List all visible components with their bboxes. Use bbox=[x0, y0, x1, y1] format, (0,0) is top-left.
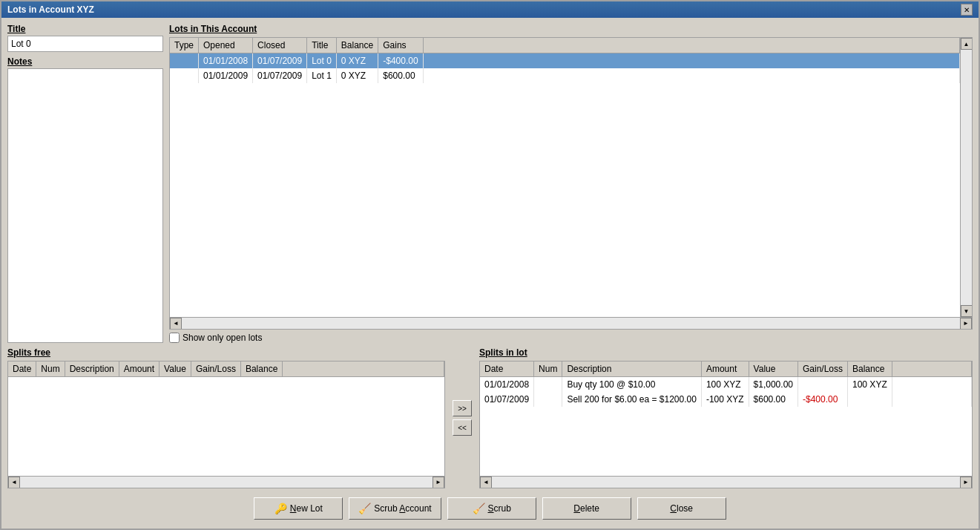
col-spacer bbox=[423, 38, 959, 53]
sil-value: $1,000.00 bbox=[749, 377, 798, 393]
sil-col-date: Date bbox=[480, 361, 534, 377]
cell-closed: 01/07/2009 bbox=[253, 68, 307, 83]
sil-gainloss: -$400.00 bbox=[798, 392, 847, 407]
cell-spacer bbox=[423, 68, 959, 83]
sf-col-amount: Amount bbox=[119, 361, 159, 377]
sil-hscrollbar[interactable]: ◄ ► bbox=[480, 476, 972, 488]
close-label: Close bbox=[670, 503, 693, 514]
table-row[interactable]: 01/01/2008 Buy qty 100 @ $10.00 100 XYZ … bbox=[480, 377, 972, 393]
sil-spacer bbox=[892, 392, 971, 407]
sil-hscroll-right[interactable]: ► bbox=[960, 477, 972, 488]
sil-col-num: Num bbox=[534, 361, 562, 377]
splits-free-table-container: Date Num Description Amount Value Gain/L… bbox=[7, 361, 445, 488]
hscroll-track[interactable] bbox=[182, 318, 960, 329]
cell-type bbox=[170, 68, 199, 83]
scroll-up-btn[interactable]: ▲ bbox=[961, 38, 973, 50]
top-section: Title Notes Lots in This Account bbox=[7, 24, 973, 343]
cell-closed: 01/07/2009 bbox=[253, 53, 307, 69]
col-opened: Opened bbox=[199, 38, 253, 53]
scrub-icon: 🧹 bbox=[473, 503, 485, 514]
move-from-lot-button[interactable]: << bbox=[453, 419, 472, 436]
sf-hscroll-left[interactable]: ◄ bbox=[8, 477, 20, 488]
col-gains: Gains bbox=[378, 38, 423, 53]
lots-section-label: Lots in This Account bbox=[169, 24, 973, 34]
sil-gainloss bbox=[798, 377, 847, 393]
sil-desc: Buy qty 100 @ $10.00 bbox=[562, 377, 701, 393]
new-lot-button[interactable]: 🔑 New Lot bbox=[254, 497, 343, 520]
scrub-account-icon: 🧹 bbox=[358, 503, 371, 514]
sil-col-gainloss: Gain/Loss bbox=[798, 361, 847, 377]
splits-free-panel: Splits free Date Num Description Amo bbox=[7, 347, 445, 488]
sil-hscroll-left[interactable]: ◄ bbox=[480, 477, 492, 488]
sf-col-num: Num bbox=[36, 361, 65, 377]
title-label: Title bbox=[7, 24, 163, 34]
scroll-down-btn[interactable]: ▼ bbox=[961, 305, 973, 317]
sil-col-spacer bbox=[892, 361, 971, 377]
scrub-label: Scrub bbox=[488, 503, 511, 514]
scrub-button[interactable]: 🧹 Scrub bbox=[447, 497, 536, 520]
sil-col-desc: Description bbox=[562, 361, 701, 377]
sil-balance: 100 XYZ bbox=[848, 377, 892, 393]
sil-hscroll-track[interactable] bbox=[492, 477, 960, 488]
cell-gains: -$400.00 bbox=[378, 53, 423, 69]
sil-date: 01/01/2008 bbox=[480, 377, 534, 393]
table-row[interactable]: 01/01/2008 01/07/2009 Lot 0 0 XYZ -$400.… bbox=[170, 53, 960, 69]
cell-type bbox=[170, 53, 199, 69]
notes-label: Notes bbox=[7, 56, 163, 67]
main-content: Title Notes Lots in This Account bbox=[1, 18, 979, 529]
title-input[interactable] bbox=[7, 36, 163, 52]
splits-in-lot-panel: Splits in lot Date Num Description A bbox=[479, 347, 973, 488]
splits-free-scroll[interactable]: Date Num Description Amount Value Gain/L… bbox=[8, 361, 444, 476]
bottom-toolbar: 🔑 New Lot 🧹 Scrub Account 🧹 Scrub Delete… bbox=[7, 493, 973, 523]
cell-title: Lot 1 bbox=[307, 68, 337, 83]
scrub-account-button[interactable]: 🧹 Scrub Account bbox=[349, 497, 441, 520]
window-title: Lots in Account XYZ bbox=[7, 4, 94, 15]
cell-opened: 01/01/2008 bbox=[199, 53, 253, 69]
sf-hscroll-track[interactable] bbox=[20, 477, 433, 488]
show-open-lots-checkbox[interactable] bbox=[169, 333, 180, 343]
sf-col-spacer bbox=[283, 361, 444, 377]
delete-button[interactable]: Delete bbox=[542, 497, 631, 520]
splits-free-table: Date Num Description Amount Value Gain/L… bbox=[8, 361, 444, 377]
sil-balance bbox=[848, 392, 892, 407]
lots-table-container: Type Opened Closed Title Balance Gains bbox=[169, 37, 973, 330]
move-to-lot-button[interactable]: >> bbox=[453, 400, 472, 416]
lots-hscrollbar[interactable]: ◄ ► bbox=[170, 317, 972, 329]
col-balance: Balance bbox=[336, 38, 378, 53]
hscroll-right-btn[interactable]: ► bbox=[960, 318, 972, 330]
table-row[interactable]: 01/01/2009 01/07/2009 Lot 1 0 XYZ $600.0… bbox=[170, 68, 960, 83]
hscroll-left-btn[interactable]: ◄ bbox=[170, 318, 182, 330]
col-title: Title bbox=[307, 38, 337, 53]
lots-vscrollbar[interactable]: ▲ ▼ bbox=[960, 38, 972, 317]
title-field-group: Title bbox=[7, 24, 163, 52]
lots-table-scroll[interactable]: Type Opened Closed Title Balance Gains bbox=[170, 38, 960, 317]
scrub-account-label: Scrub Account bbox=[374, 503, 431, 514]
sf-hscrollbar[interactable]: ◄ ► bbox=[8, 476, 444, 488]
new-lot-label: New Lot bbox=[290, 503, 323, 514]
arrow-buttons-panel: >> << bbox=[451, 347, 473, 488]
window-close-button[interactable]: ✕ bbox=[961, 4, 973, 16]
splits-in-lot-table: Date Num Description Amount Value Gain/L… bbox=[480, 361, 972, 407]
bottom-section: Splits free Date Num Description Amo bbox=[7, 347, 973, 488]
sil-desc: Sell 200 for $6.00 ea = $1200.00 bbox=[562, 392, 701, 407]
splits-free-label: Splits free bbox=[7, 347, 445, 358]
notes-textarea[interactable] bbox=[7, 68, 163, 343]
sil-spacer bbox=[892, 377, 971, 393]
scroll-track[interactable] bbox=[961, 50, 972, 305]
table-row[interactable]: 01/07/2009 Sell 200 for $6.00 ea = $1200… bbox=[480, 392, 972, 407]
sf-col-balance: Balance bbox=[240, 361, 282, 377]
sf-hscroll-right[interactable]: ► bbox=[433, 477, 444, 488]
sil-amount: 100 XYZ bbox=[701, 377, 749, 393]
cell-balance: 0 XYZ bbox=[336, 53, 378, 69]
splits-in-lot-label: Splits in lot bbox=[479, 347, 973, 358]
new-lot-icon: 🔑 bbox=[274, 503, 287, 514]
cell-title: Lot 0 bbox=[307, 53, 337, 69]
sf-col-desc: Description bbox=[65, 361, 119, 377]
cell-spacer bbox=[423, 53, 959, 69]
close-button[interactable]: Close bbox=[637, 497, 726, 520]
sil-col-balance: Balance bbox=[848, 361, 892, 377]
splits-in-lot-scroll[interactable]: Date Num Description Amount Value Gain/L… bbox=[480, 361, 972, 476]
show-open-lots-label: Show only open lots bbox=[182, 333, 262, 343]
notes-field-group: Notes bbox=[7, 56, 163, 343]
lots-table: Type Opened Closed Title Balance Gains bbox=[170, 38, 960, 83]
